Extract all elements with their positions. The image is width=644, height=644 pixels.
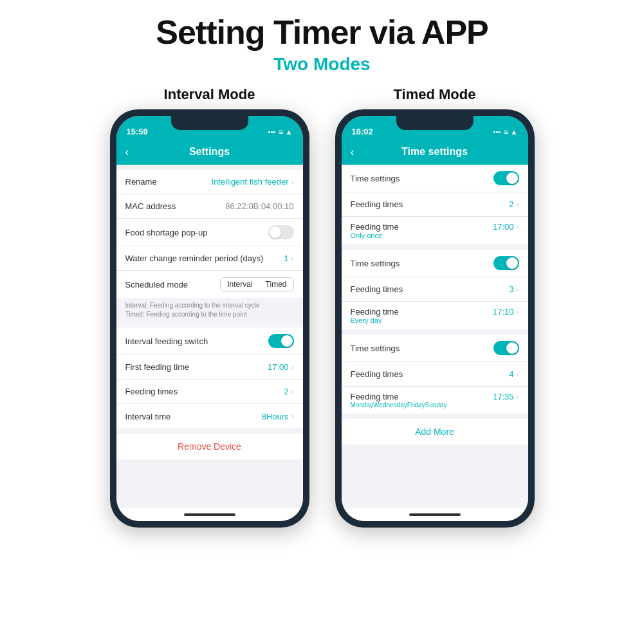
row-scheduled-mode[interactable]: Scheduled mode Interval Timed [116,271,303,298]
interval-toggle-knob [281,335,293,347]
seg-interval[interactable]: Interval [221,278,259,291]
app-header-title-right: Time settings [401,146,468,158]
ts1-toggle[interactable] [493,171,519,185]
status-time-right: 16:02 [352,127,373,136]
interval-time-value: 8Hours › [262,412,294,421]
ts1-feeding-times-label: Feeding times [351,199,510,209]
segmented-control[interactable]: Interval Timed [220,277,293,291]
timed-group-1: Time settings Feeding times 2 › Feeding … [342,165,528,244]
row-water-change[interactable]: Water change reminder period (days) 1 › [116,246,303,271]
food-shortage-toggle[interactable] [268,225,294,239]
ts3-feeding-time-value: 17:35 › [493,392,519,401]
main-title: Setting Timer via APP [156,13,488,51]
ts3-label: Time settings [351,344,493,353]
gap-2 [342,329,528,335]
ts3-feeding-time-label: Feeding time [351,392,447,401]
row-ts3-time-settings[interactable]: Time settings [342,335,528,362]
gap-1 [342,244,528,250]
row-mac: MAC address 86:22:0B:04:00:10 [116,194,303,219]
app-header-right: ‹ Time settings [342,139,528,165]
ts2-feeding-time-label: Feeding time [351,307,399,317]
first-feeding-value: 17:00 › [268,362,294,372]
section-interval-settings: Interval feeding switch First feeding ti… [116,327,303,428]
phone-notch-right [396,116,474,130]
row-first-feeding[interactable]: First feeding time 17:00 › [116,355,303,380]
ts2-knob [506,257,518,269]
row-interval-switch[interactable]: Interval feeding switch [116,327,303,355]
back-icon-right[interactable]: ‹ [351,145,354,159]
timed-group-3: Time settings Feeding times 4 › Feeding … [342,335,528,414]
interval-feeding-toggle[interactable] [268,334,294,348]
mac-label: MAC address [125,201,226,211]
timed-phone-screen: 16:02 ▪▪▪ ≋ ▲ ‹ Time settings Time setti… [342,116,528,521]
ts1-feeding-time-value: 17:00 › [493,222,519,232]
interval-time-label: Interval time [125,412,262,421]
row-ts2-time-settings[interactable]: Time settings [342,250,528,277]
row-feeding-times[interactable]: Feeding times 2 › [116,380,303,404]
app-header-left: ‹ Settings [116,139,303,165]
ts2-feeding-times-label: Feeding times [351,284,510,294]
water-change-label: Water change reminder period (days) [125,253,284,263]
ts2-toggle[interactable] [493,256,519,270]
row-ts1-feeding-time[interactable]: Feeding time Only once 17:00 › [342,217,528,244]
section-rename: Rename Intelligent fish feeder › MAC add… [116,170,303,298]
rename-value: Intelligent fish feeder › [212,177,294,187]
ts3-feeding-times-label: Feeding times [351,369,510,379]
ts2-feeding-time-value: 17:10 › [493,307,519,317]
row-ts1-feeding-times[interactable]: Feeding times 2 › [342,192,528,217]
phone-notch [171,116,248,130]
interval-phone-frame: 15:59 ▪▪▪ ≋ ▲ ‹ Settings Rename Intellig… [110,109,309,528]
home-bar-left [116,508,303,521]
settings-list-left: Rename Intelligent fish feeder › MAC add… [116,165,303,508]
seg-timed[interactable]: Timed [259,278,293,291]
row-ts3-feeding-times[interactable]: Feeding times 4 › [342,362,528,387]
water-change-value: 1 › [284,253,293,263]
home-bar-right [342,508,528,521]
back-icon-left[interactable]: ‹ [125,145,129,159]
sub-title: Two Modes [273,54,370,75]
interval-hint: Interval: Feeding according to the inter… [116,298,303,322]
timed-phone-frame: 16:02 ▪▪▪ ≋ ▲ ‹ Time settings Time setti… [335,109,535,528]
row-ts1-time-settings[interactable]: Time settings [342,165,528,192]
food-shortage-label: Food shortage pop-up [125,228,268,237]
row-ts2-feeding-time[interactable]: Feeding time Every day 17:10 › [342,302,528,329]
timed-mode-section: Timed Mode 16:02 ▪▪▪ ≋ ▲ ‹ Time settings [335,86,535,528]
ts1-feeding-time-label: Feeding time [351,222,399,232]
ts3-toggle[interactable] [493,341,519,355]
feeding-times-value: 2 › [284,387,293,396]
ts3-knob [506,342,518,354]
status-icons-left: ▪▪▪ ≋ ▲ [268,128,293,136]
ts1-knob [506,172,518,184]
ts1-label: Time settings [351,174,493,183]
ts2-sub-label: Every day [351,317,399,324]
row-food-shortage[interactable]: Food shortage pop-up [116,219,303,246]
timed-settings-list: Time settings Feeding times 2 › Feeding … [342,165,528,508]
interval-switch-label: Interval feeding switch [125,336,268,346]
status-icons-right: ▪▪▪ ≋ ▲ [493,128,518,136]
ts2-label: Time settings [351,259,493,268]
row-ts3-feeding-time[interactable]: Feeding time MondayWednesdayFridaySunday… [342,387,528,414]
app-header-title-left: Settings [189,146,230,158]
interval-mode-label: Interval Mode [164,86,255,103]
rename-label: Rename [125,177,212,187]
add-more-btn[interactable]: Add More [342,419,528,445]
row-interval-time[interactable]: Interval time 8Hours › [116,404,303,428]
ts2-feeding-times-value: 3 › [509,284,519,294]
row-ts2-feeding-times[interactable]: Feeding times 3 › [342,277,528,302]
ts1-feeding-times-value: 2 › [509,199,519,209]
ts3-feeding-times-value: 4 › [509,369,519,379]
ts3-sub-label: MondayWednesdayFridaySunday [351,401,447,409]
timed-mode-label: Timed Mode [394,86,476,103]
scheduled-mode-label: Scheduled mode [125,280,221,290]
interval-mode-section: Interval Mode 15:59 ▪▪▪ ≋ ▲ ‹ Settings [110,86,309,528]
first-feeding-label: First feeding time [125,362,268,372]
mac-value: 86:22:0B:04:00:10 [225,201,293,211]
home-bar-line-right [409,513,461,516]
timed-group-2: Time settings Feeding times 3 › Feeding … [342,250,528,329]
ts1-sub-label: Only once [351,232,399,239]
interval-phone-screen: 15:59 ▪▪▪ ≋ ▲ ‹ Settings Rename Intellig… [116,116,303,521]
status-time-left: 15:59 [127,127,148,136]
row-rename[interactable]: Rename Intelligent fish feeder › [116,170,303,194]
remove-device-btn[interactable]: Remove Device [116,434,303,459]
home-bar-line-left [184,513,235,516]
